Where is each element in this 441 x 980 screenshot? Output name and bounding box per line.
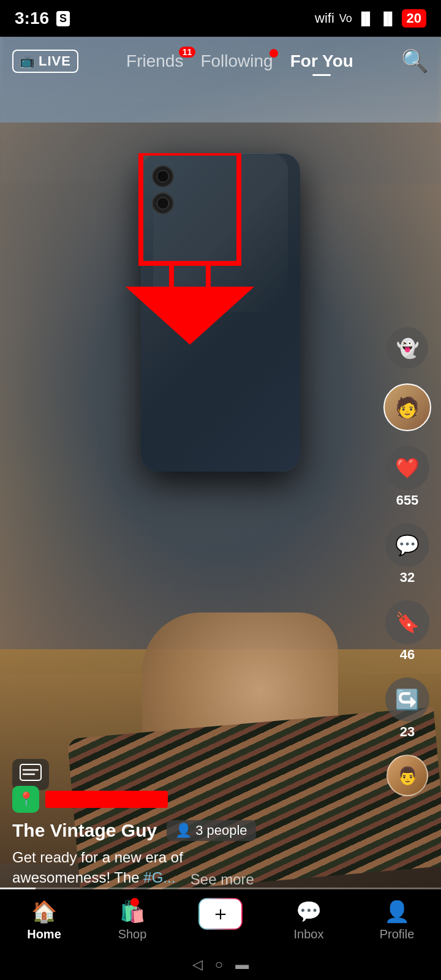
status-icons: wifi Vo ▐▌ ▐▌ 20: [315, 9, 426, 28]
signal-bars-icon: ▐▌: [357, 12, 374, 26]
vo-icon: Vo: [339, 12, 352, 25]
status-time: 3:16: [15, 9, 49, 28]
battery-indicator: 20: [402, 9, 426, 28]
top-navigation: 📺 LIVE Friends 11 Following For You 🔍: [0, 37, 441, 86]
profile-label: Profile: [380, 927, 415, 941]
caption-hashtag[interactable]: #G...: [143, 869, 175, 886]
bookmark-count: 46: [400, 647, 415, 663]
share-count: 23: [400, 724, 415, 740]
pin-icon: 📍: [18, 791, 34, 807]
comment-button[interactable]: 💬 32: [385, 523, 429, 586]
comment-icon: 💬: [385, 523, 429, 567]
following-tab[interactable]: Following: [200, 51, 273, 71]
svg-rect-0: [141, 153, 239, 263]
back-gesture: ◁: [192, 957, 203, 973]
inbox-icon: 💬: [296, 899, 322, 924]
creator-avatar-emoji: 🧑: [395, 396, 420, 419]
wifi-icon: wifi: [315, 10, 334, 26]
home-label: Home: [27, 927, 61, 941]
recents-gesture: ▬: [235, 957, 249, 973]
friends-notif-badge: 11: [179, 47, 196, 58]
nav-inbox[interactable]: 💬 Inbox: [278, 899, 339, 941]
nav-create[interactable]: ＋: [190, 899, 251, 930]
location-bar: 📍: [12, 786, 368, 813]
caption-line2: awesomeness! The: [12, 869, 143, 886]
shop-icon-container: 🛍️: [119, 899, 145, 924]
red-arrow-annotation: [123, 153, 257, 349]
viewers-icon: 👤: [175, 823, 192, 839]
share-button[interactable]: ↪️ 23: [385, 677, 429, 740]
profile-music-emoji: 👨: [397, 766, 418, 786]
nav-shop[interactable]: 🛍️ Shop: [102, 899, 163, 941]
username-row: The Vintage Guy 👤 3 people: [12, 820, 368, 841]
create-plus-button[interactable]: ＋: [198, 898, 243, 930]
tv-icon: 📺: [20, 54, 35, 69]
nav-home[interactable]: 🏠 Home: [13, 899, 75, 941]
viewers-badge: 👤 3 people: [167, 820, 255, 841]
creator-avatar-button[interactable]: 🧑: [383, 383, 431, 431]
location-icon: 📍: [12, 786, 39, 813]
comment-count: 32: [400, 570, 415, 586]
home-icon: 🏠: [31, 899, 57, 924]
caption-text: Get ready for a new era of awesomeness! …: [12, 847, 183, 888]
viewers-count: 3 people: [195, 823, 247, 839]
shop-status-icon: S: [56, 11, 70, 26]
for-you-tab[interactable]: For You: [290, 51, 353, 71]
shop-notification-dot: [130, 898, 139, 907]
caption-line1: Get ready for a new era of: [12, 849, 183, 865]
like-button[interactable]: ❤️ 655: [385, 446, 429, 508]
friends-label: Friends: [126, 51, 183, 70]
system-gesture-bar: ◁ ○ ▬: [192, 957, 249, 973]
duet-stitch-button[interactable]: 👻: [386, 327, 428, 369]
profile-music-avatar[interactable]: 👨: [386, 755, 428, 796]
creator-username[interactable]: The Vintage Guy: [12, 820, 157, 841]
search-button[interactable]: 🔍: [401, 48, 429, 74]
inbox-label: Inbox: [294, 927, 324, 941]
right-actions-panel: 👻 🧑 ❤️ 655 💬 32 🔖 46 ↪️ 23 👨: [383, 327, 431, 796]
plus-icon: ＋: [211, 900, 230, 927]
like-count: 655: [396, 492, 419, 508]
see-more-button[interactable]: See more: [190, 871, 254, 888]
location-text-redacted: [45, 791, 168, 808]
caption-row: Get ready for a new era of awesomeness! …: [12, 847, 368, 888]
following-dot: [270, 49, 278, 58]
signal-bars2-icon: ▐▌: [379, 12, 396, 26]
home-gesture: ○: [215, 957, 223, 973]
share-icon: ↪️: [385, 677, 429, 722]
for-you-label: For You: [290, 51, 353, 70]
live-badge[interactable]: 📺 LIVE: [12, 50, 78, 73]
svg-marker-3: [129, 288, 251, 343]
friends-tab[interactable]: Friends 11: [126, 51, 183, 71]
nav-tabs: Friends 11 Following For You: [126, 51, 353, 71]
subtitle-icon: [20, 764, 42, 781]
live-text: LIVE: [39, 53, 71, 69]
bottom-info: 📍 The Vintage Guy 👤 3 people Get ready f…: [0, 786, 380, 888]
status-bar: 3:16 S wifi Vo ▐▌ ▐▌ 20: [0, 0, 441, 37]
nav-profile[interactable]: 👤 Profile: [366, 899, 428, 941]
svg-rect-4: [20, 764, 41, 780]
shop-label: Shop: [118, 927, 147, 941]
bookmark-icon: 🔖: [385, 600, 429, 644]
creator-avatar: 🧑: [383, 383, 431, 431]
like-icon: ❤️: [385, 446, 429, 490]
bookmark-button[interactable]: 🔖 46: [385, 600, 429, 663]
profile-icon: 👤: [384, 899, 410, 924]
following-label: Following: [200, 51, 273, 70]
